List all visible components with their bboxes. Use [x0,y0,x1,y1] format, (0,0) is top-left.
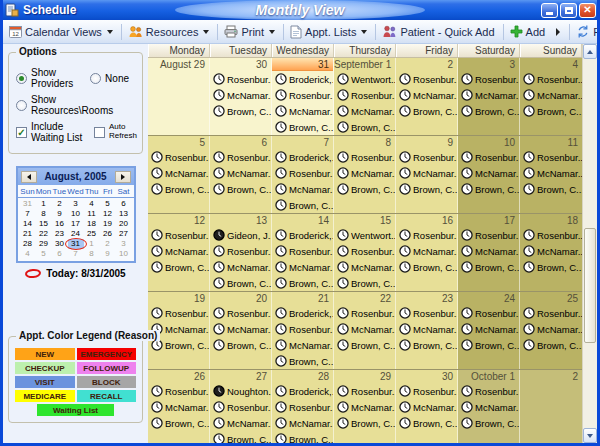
mini-date[interactable]: 20 [116,219,132,229]
day-cell[interactable]: 13Gideon, J...Rosenbur...McNamar...Brown… [210,214,272,291]
appointment-item[interactable]: McNamar... [272,259,333,275]
day-cell[interactable]: October 1Rosenbur...McNamar...Brown, C..… [458,370,520,446]
appointment-item[interactable]: Rosenbur... [210,71,271,87]
mini-date[interactable]: 16 [52,219,68,229]
appointment-item[interactable]: McNamar... [210,87,271,103]
appointment-item[interactable]: Broderick,... [272,227,333,243]
day-cell[interactable]: 20Rosenbur...McNamar...Brown, C... [210,292,272,369]
next-month-button[interactable] [115,171,131,183]
mini-date[interactable]: 29 [36,239,52,249]
appointment-item[interactable]: Broderick,... [272,71,333,87]
appointment-item[interactable]: Rosenbur... [396,227,457,243]
day-cell[interactable]: 9Rosenbur...McNamar...Brown, C... [396,136,458,213]
appointment-item[interactable]: Brown, C... [210,275,271,291]
day-cell[interactable]: 28Broderick,...Rosenbur...McNamar...Brow… [272,370,334,446]
mini-date[interactable]: 10 [68,209,84,219]
appointment-item[interactable]: Rosenbur... [520,227,582,243]
appointment-item[interactable]: Brown, C... [334,337,395,353]
appointment-item[interactable]: Rosenbur... [334,383,395,399]
day-cell[interactable]: 25Rosenbur...McNamar...Brown, C... [520,292,582,369]
mini-date[interactable]: 18 [84,219,100,229]
appointment-item[interactable]: McNamar... [210,321,271,337]
appointment-item[interactable]: McNamar... [272,337,333,353]
appointment-item[interactable]: Brown, C... [458,259,519,275]
scroll-up-button[interactable] [583,44,597,59]
appointment-item[interactable]: Rosenbur... [148,305,209,321]
mini-date[interactable]: 31 [20,199,36,209]
appointment-item[interactable]: Rosenbur... [210,149,271,165]
appointment-item[interactable]: McNamar... [458,87,519,103]
appointment-item[interactable]: Brown, C... [458,337,519,353]
appointment-item[interactable]: Brown, C... [210,181,271,197]
appointment-item[interactable]: Brown, C... [272,275,333,291]
appointment-item[interactable]: Broderick,... [272,149,333,165]
include-waiting-list-checkbox[interactable]: ✓ [16,127,27,138]
appointment-item[interactable]: Rosenbur... [210,305,271,321]
appointment-item[interactable]: Brown, C... [458,103,519,119]
appointment-item[interactable]: Rosenbur... [210,399,271,415]
appointment-item[interactable]: Wentwort... [334,71,395,87]
print-button[interactable]: Print [220,21,281,43]
day-cell[interactable]: 6Rosenbur...McNamar...Brown, C... [210,136,272,213]
refresh-button[interactable]: Refresh [572,21,600,43]
day-cell[interactable]: 23Rosenbur...McNamar...Brown, C... [396,292,458,369]
appointment-item[interactable]: McNamar... [210,415,271,431]
calendar-views-button[interactable]: 12Calendar Views [5,21,119,43]
day-cell[interactable]: 22Rosenbur...McNamar...Brown, C... [334,292,396,369]
appointment-item[interactable]: McNamar... [458,321,519,337]
show-providers-radio[interactable] [16,73,27,84]
appointment-item[interactable]: Brown, C... [210,337,271,353]
mini-date[interactable]: 5 [36,249,52,259]
day-cell[interactable]: 21Broderick,...Rosenbur...McNamar...Brow… [272,292,334,369]
appointment-item[interactable]: McNamar... [396,165,457,181]
appointment-item[interactable]: Rosenbur... [272,321,333,337]
appointment-item[interactable]: Rosenbur... [272,165,333,181]
appointment-item[interactable]: Brown, C... [334,181,395,197]
appointment-item[interactable]: Wentwort... [334,227,395,243]
appointment-item[interactable]: Rosenbur... [334,305,395,321]
mini-date[interactable]: 21 [20,229,36,239]
mini-date[interactable]: 8 [36,209,52,219]
resources-button[interactable]: Resources [124,21,216,43]
patient-quick-add-button[interactable]: Patient - Quick Add [378,21,500,43]
appointment-item[interactable]: Gideon, J... [210,227,271,243]
mini-date[interactable]: 4 [84,199,100,209]
appointment-item[interactable]: Brown, C... [148,181,209,197]
appointment-item[interactable]: Rosenbur... [458,71,519,87]
day-cell[interactable]: 30Rosenbur...McNamar...Brown, C... [396,370,458,446]
appointment-item[interactable]: Brown, C... [334,275,395,291]
mini-date[interactable]: 7 [20,209,36,219]
appointment-item[interactable]: McNamar... [334,259,395,275]
appointment-item[interactable]: Rosenbur... [458,227,519,243]
today-row[interactable]: Today: 8/31/2005 [3,268,148,279]
appt-lists-button[interactable]: Appt. Lists [286,21,373,43]
day-cell[interactable]: 8Rosenbur...McNamar...Brown, C... [334,136,396,213]
appointment-item[interactable]: Brown, C... [458,181,519,197]
none-radio[interactable] [90,73,101,84]
show-resources-radio[interactable] [16,100,27,111]
appointment-item[interactable]: McNamar... [148,165,209,181]
mini-date[interactable]: 1 [84,239,100,249]
mini-date[interactable]: 7 [68,249,84,259]
appointment-item[interactable]: McNamar... [458,399,519,415]
day-cell[interactable]: 4Rosenbur...McNamar...Brown, C... [520,58,582,135]
mini-date[interactable]: 19 [100,219,116,229]
day-cell[interactable]: 7Broderick,...Rosenbur...McNamar...Brown… [272,136,334,213]
appointment-item[interactable]: Rosenbur... [148,383,209,399]
appointment-item[interactable]: Rosenbur... [334,149,395,165]
appointment-item[interactable]: McNamar... [520,87,582,103]
day-cell[interactable]: 24Rosenbur...McNamar...Brown, C... [458,292,520,369]
appointment-item[interactable]: McNamar... [334,165,395,181]
appointment-item[interactable]: McNamar... [334,321,395,337]
appointment-item[interactable]: McNamar... [396,321,457,337]
appointment-item[interactable]: Rosenbur... [272,87,333,103]
appointment-item[interactable]: Rosenbur... [396,305,457,321]
appointment-item[interactable]: McNamar... [396,87,457,103]
appointment-item[interactable]: McNamar... [272,103,333,119]
appointment-item[interactable]: McNamar... [148,243,209,259]
appointment-item[interactable]: Brown, C... [148,259,209,275]
mini-date[interactable]: 23 [52,229,68,239]
appointment-item[interactable]: Rosenbur... [334,243,395,259]
mini-date[interactable]: 3 [68,199,84,209]
appointment-item[interactable]: Brown, C... [520,259,582,275]
